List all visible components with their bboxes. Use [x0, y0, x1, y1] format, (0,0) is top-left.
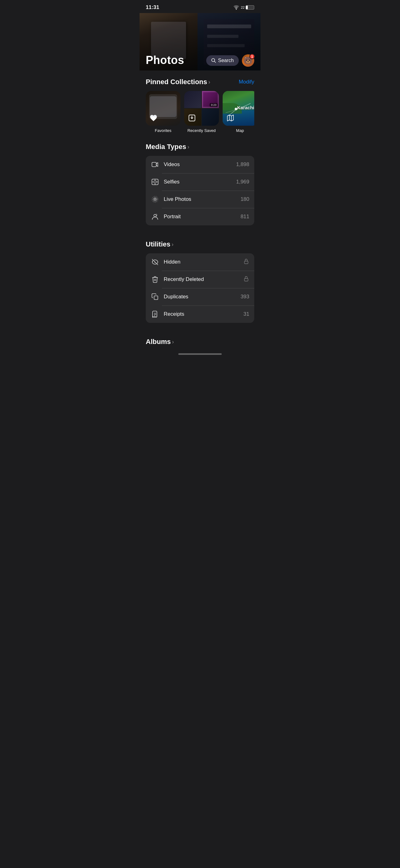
list-row-live-photos[interactable]: Live Photos 180	[146, 191, 254, 208]
utilities-header: Utilities ›	[146, 240, 254, 248]
receipts-count: 31	[243, 311, 249, 317]
selfies-count: 1,969	[236, 179, 249, 185]
header-actions: Search 🐻 1	[206, 54, 254, 67]
home-bar	[178, 353, 222, 355]
recently-badge: 0:23	[210, 103, 218, 107]
pinned-collections-section: Pinned Collections › Modify Fav	[139, 70, 261, 135]
recently-cell-4	[202, 108, 219, 126]
scroll-content: Pinned Collections › Modify Fav	[139, 70, 261, 357]
svg-rect-3	[152, 162, 156, 167]
videos-label: Videos	[164, 161, 232, 168]
duplicates-icon	[151, 292, 159, 301]
search-label: Search	[218, 58, 234, 63]
media-types-card: Videos 1,898 Selfies 1,969	[146, 156, 254, 225]
svg-rect-11	[244, 278, 248, 281]
battery-container: 22	[241, 5, 254, 10]
list-row-receipts[interactable]: Receipts 31	[146, 306, 254, 323]
collection-thumb-favorites	[146, 91, 180, 126]
svg-point-7	[153, 197, 157, 202]
utilities-chevron: ›	[171, 241, 173, 248]
portrait-count: 811	[241, 214, 249, 220]
albums-section: Albums ›	[139, 330, 261, 349]
albums-title[interactable]: Albums ›	[146, 338, 254, 346]
status-icons: 22	[233, 5, 254, 10]
hero-content: Photos Search 🐻 1	[139, 54, 261, 70]
battery-fill	[246, 6, 248, 9]
utilities-section: Utilities › Hidden	[139, 233, 261, 323]
media-types-header: Media Types ›	[146, 143, 254, 151]
list-row-portrait[interactable]: Portrait 811	[146, 208, 254, 225]
receipts-label: Receipts	[164, 311, 239, 317]
svg-point-5	[154, 181, 156, 183]
search-icon	[211, 58, 216, 63]
utilities-card: Hidden Recen	[146, 253, 254, 323]
svg-rect-10	[244, 261, 248, 264]
recently-saved-icon-overlay	[187, 113, 197, 123]
status-time: 11:31	[146, 4, 159, 10]
collection-item-favorites[interactable]: Favorites	[146, 91, 180, 133]
portrait-icon	[151, 212, 159, 221]
live-photos-icon	[151, 195, 159, 204]
collection-label-favorites: Favorites	[155, 128, 171, 133]
portrait-label: Portrait	[164, 214, 236, 220]
hero-section: Photos Search 🐻 1	[139, 13, 261, 70]
pinned-collections-title[interactable]: Pinned Collections ›	[146, 78, 210, 86]
search-button[interactable]: Search	[206, 55, 239, 66]
map-icon-overlay	[226, 113, 235, 123]
duplicates-label: Duplicates	[164, 294, 236, 300]
pinned-collections-chevron: ›	[208, 79, 210, 85]
media-types-section: Media Types › Videos 1,898	[139, 135, 261, 225]
selfies-label: Selfies	[164, 179, 232, 185]
list-row-hidden[interactable]: Hidden	[146, 253, 254, 271]
hidden-icon	[151, 258, 159, 266]
receipts-icon	[151, 310, 159, 318]
home-indicator	[139, 349, 261, 357]
modify-button[interactable]: Modify	[239, 79, 254, 85]
collection-thumb-recently-saved: 0:23	[184, 91, 219, 126]
battery-text: 22	[241, 6, 245, 9]
svg-point-6	[154, 198, 156, 200]
recently-deleted-lock-icon	[243, 276, 249, 283]
media-types-title[interactable]: Media Types ›	[146, 143, 189, 151]
favorites-icon-overlay	[149, 113, 158, 123]
hidden-label: Hidden	[164, 259, 239, 265]
avatar-container[interactable]: 🐻 1	[242, 54, 254, 67]
collection-item-recently-saved[interactable]: 0:23	[184, 91, 219, 133]
map-city-label: Karachi	[237, 105, 254, 110]
recently-cell-1	[184, 91, 201, 108]
collections-grid: Favorites 0:23	[146, 91, 254, 135]
videos-count: 1,898	[236, 161, 249, 168]
collection-item-map[interactable]: Karachi Map	[223, 91, 254, 133]
collection-label-recently-saved: Recently Saved	[187, 128, 215, 133]
svg-line-1	[214, 61, 216, 63]
recently-deleted-icon	[151, 275, 159, 284]
selfie-icon	[151, 178, 159, 186]
svg-point-9	[154, 215, 156, 217]
duplicates-count: 393	[241, 294, 249, 300]
wifi-icon	[233, 5, 239, 10]
video-icon	[151, 160, 159, 169]
list-row-videos[interactable]: Videos 1,898	[146, 156, 254, 173]
collection-thumb-map: Karachi	[223, 91, 254, 126]
notification-badge: 1	[249, 54, 255, 59]
status-bar: 11:31 22	[139, 0, 261, 13]
list-row-duplicates[interactable]: Duplicates 393	[146, 288, 254, 306]
list-row-selfies[interactable]: Selfies 1,969	[146, 173, 254, 191]
live-photos-count: 180	[241, 196, 249, 203]
map-icon	[226, 114, 234, 122]
download-icon	[188, 114, 196, 122]
list-row-recently-deleted[interactable]: Recently Deleted	[146, 271, 254, 288]
media-types-chevron: ›	[187, 144, 189, 150]
albums-chevron: ›	[172, 339, 174, 345]
svg-rect-12	[154, 296, 158, 300]
heart-icon	[149, 114, 158, 122]
collection-label-map: Map	[236, 128, 244, 133]
page-title: Photos	[146, 54, 184, 67]
live-photos-label: Live Photos	[164, 196, 236, 203]
pinned-collections-header: Pinned Collections › Modify	[146, 78, 254, 86]
utilities-title[interactable]: Utilities ›	[146, 240, 173, 248]
recently-deleted-label: Recently Deleted	[164, 276, 239, 282]
battery-badge	[245, 5, 254, 10]
recently-cell-2: 0:23	[202, 91, 219, 108]
hidden-lock-icon	[243, 258, 249, 266]
